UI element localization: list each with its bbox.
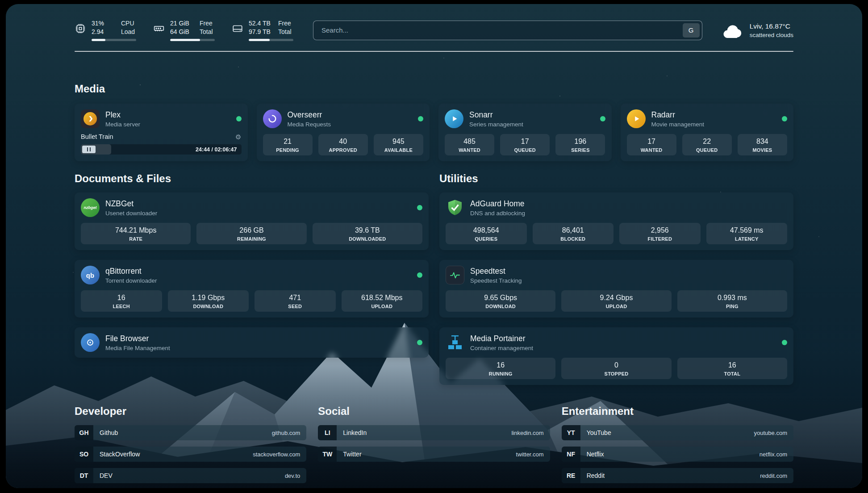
stat-label: BLOCKED bbox=[534, 236, 612, 242]
gear-icon[interactable]: ⚙ bbox=[235, 134, 241, 140]
stat-value: 22 bbox=[684, 137, 730, 146]
stat: 2,956FILTERED bbox=[619, 223, 701, 244]
stat-value: 1.19 Gbps bbox=[170, 293, 247, 302]
bookmark-twitter[interactable]: TW Twitter twitter.com bbox=[318, 447, 550, 462]
bookmark-abbr: YT bbox=[562, 425, 580, 440]
radarr-icon bbox=[627, 109, 646, 128]
social-section-title: Social bbox=[318, 405, 550, 418]
stat-label: RUNNING bbox=[447, 371, 554, 376]
stat-label: QUEUED bbox=[502, 147, 548, 153]
stat-label: QUERIES bbox=[447, 236, 525, 242]
status-dot bbox=[417, 272, 422, 278]
overseerr-card[interactable]: Overseerr Media Requests 21PENDING 40APP… bbox=[257, 104, 430, 161]
service-title: File Browser bbox=[105, 334, 411, 343]
service-stats: 9.65 GbpsDOWNLOAD 9.24 GbpsUPLOAD 0.993 … bbox=[446, 290, 787, 312]
stat: 86,401BLOCKED bbox=[533, 223, 614, 244]
service-subtitle: Usenet downloader bbox=[105, 210, 411, 217]
sonarr-card[interactable]: Sonarr Series management 485WANTED 17QUE… bbox=[438, 104, 612, 161]
stat-value: 16 bbox=[679, 361, 785, 370]
speedtest-icon bbox=[446, 266, 464, 284]
stat: 744.21 MbpsRATE bbox=[81, 223, 191, 244]
bookmark-stackoverflow[interactable]: SO StackOverflow stackoverflow.com bbox=[75, 447, 306, 462]
stat: 47.569 msLATENCY bbox=[706, 223, 788, 244]
portainer-card[interactable]: Media Portainer Container management 16R… bbox=[439, 327, 793, 385]
playback-time: 24:44 / 02:06:47 bbox=[196, 146, 237, 153]
stat: 16RUNNING bbox=[446, 358, 555, 379]
plex-icon bbox=[81, 109, 100, 128]
bookmark-name: DEV bbox=[93, 468, 279, 483]
bookmark-url: dev.to bbox=[279, 468, 306, 483]
stat-label: WANTED bbox=[447, 147, 492, 153]
plex-player: 24:44 / 02:06:47 bbox=[81, 144, 242, 155]
search-input[interactable] bbox=[313, 21, 702, 40]
stat: 618.52 MbpsUPLOAD bbox=[342, 290, 423, 312]
weather-condition: scattered clouds bbox=[750, 32, 793, 38]
search-engine-button[interactable]: G bbox=[683, 23, 700, 38]
bookmark-github[interactable]: GH Github github.com bbox=[75, 425, 306, 440]
stat: 834MOVIES bbox=[738, 134, 787, 155]
stat: 485WANTED bbox=[445, 134, 494, 155]
bookmark-name: Github bbox=[93, 425, 266, 440]
cpu-load-value: 2.94 bbox=[92, 28, 115, 36]
memory-widget: 21 GiBFree 64 GiBTotal bbox=[153, 19, 215, 41]
sonarr-icon bbox=[445, 109, 463, 128]
bookmark-reddit[interactable]: RE Reddit reddit.com bbox=[562, 468, 793, 483]
weather-location: Lviv, 16.87°C bbox=[750, 22, 793, 30]
stat: 266 GBREMAINING bbox=[196, 223, 306, 244]
stat-value: 16 bbox=[83, 293, 160, 302]
pause-button[interactable] bbox=[82, 146, 96, 153]
top-bar: 31%CPU 2.94Load bbox=[75, 19, 793, 41]
speedtest-card[interactable]: Speedtest Speedtest Tracking 9.65 GbpsDO… bbox=[439, 260, 793, 318]
qbittorrent-card[interactable]: qb qBittorrent Torrent downloader 16LEEC… bbox=[75, 260, 429, 318]
service-subtitle: Media server bbox=[105, 121, 230, 128]
stat-value: 485 bbox=[447, 137, 492, 146]
service-subtitle: Movie management bbox=[651, 121, 776, 128]
adguard-card[interactable]: AdGuard Home DNS and adblocking 498,564Q… bbox=[439, 192, 793, 250]
stat: 945AVAILABLE bbox=[374, 134, 423, 155]
utilities-section-title: Utilities bbox=[439, 172, 793, 185]
nzbget-card[interactable]: nzbget NZBGet Usenet downloader 744.21 M… bbox=[75, 192, 429, 250]
service-title: Sonarr bbox=[469, 110, 594, 120]
section-media: Media Plex Media server Bullet bbox=[75, 82, 793, 161]
section-developer: Developer GH Github github.com SO StackO… bbox=[75, 405, 306, 483]
bookmark-netflix[interactable]: NF Netflix netflix.com bbox=[562, 447, 793, 462]
stat-label: FILTERED bbox=[621, 236, 699, 242]
service-subtitle: Media Requests bbox=[288, 121, 413, 128]
bookmark-url: linkedin.com bbox=[505, 425, 550, 440]
stat-label: QUEUED bbox=[684, 147, 730, 153]
bookmark-abbr: TW bbox=[318, 447, 337, 462]
bookmark-youtube[interactable]: YT YouTube youtube.com bbox=[562, 425, 793, 440]
search-bar: G bbox=[313, 21, 702, 40]
bookmark-linkedin[interactable]: LI LinkedIn linkedin.com bbox=[318, 425, 550, 440]
memory-icon bbox=[153, 23, 165, 34]
status-dot bbox=[782, 116, 787, 121]
radarr-card[interactable]: Radarr Movie management 17WANTED 22QUEUE… bbox=[621, 104, 794, 161]
stat-label: TOTAL bbox=[679, 371, 785, 376]
service-subtitle: Media File Management bbox=[105, 345, 411, 351]
stat-label: PING bbox=[679, 304, 785, 309]
cpu-usage-label: CPU bbox=[121, 19, 134, 28]
bookmark-url: twitter.com bbox=[510, 447, 550, 462]
filebrowser-card[interactable]: File Browser Media File Management bbox=[75, 327, 429, 358]
now-playing-title: Bullet Train bbox=[81, 133, 113, 140]
qbittorrent-icon: qb bbox=[81, 266, 100, 284]
cpu-readout: 31%CPU 2.94Load bbox=[92, 19, 136, 41]
stat-value: 47.569 ms bbox=[708, 226, 786, 235]
stat-label: APPROVED bbox=[320, 147, 366, 153]
stat-value: 471 bbox=[256, 293, 334, 302]
bookmark-dev[interactable]: DT DEV dev.to bbox=[75, 468, 306, 483]
service-subtitle: Series management bbox=[469, 121, 594, 128]
stat-label: MOVIES bbox=[739, 147, 785, 153]
stat-value: 39.6 TB bbox=[314, 226, 421, 235]
plex-card[interactable]: Plex Media server Bullet Train ⚙ 24:44 /… bbox=[75, 104, 248, 161]
portainer-icon bbox=[446, 333, 464, 352]
stat-value: 16 bbox=[447, 361, 554, 370]
stat-value: 498,564 bbox=[447, 226, 525, 235]
plex-titles: Plex Media server bbox=[105, 110, 230, 128]
memory-free-value: 21 GiB bbox=[170, 19, 193, 28]
disk-free-label: Free bbox=[278, 19, 291, 28]
stat: 498,564QUERIES bbox=[446, 223, 527, 244]
bookmark-name: Netflix bbox=[580, 447, 753, 462]
stat: 0STOPPED bbox=[561, 358, 671, 379]
status-dot bbox=[236, 116, 242, 121]
